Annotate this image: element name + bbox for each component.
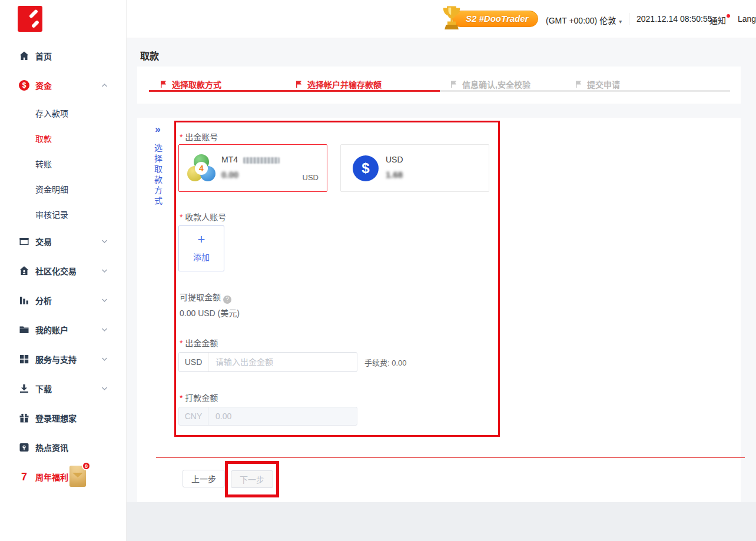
plus-icon: + <box>179 233 224 246</box>
annotation-box-form: 出金账号 4 MT4 0.00 USD $ USD 1.68 <box>174 121 500 437</box>
withdraw-steps-bar: 选择取款方式 选择帐户并输存款额 信息确认,安全校验 提交申请 <box>137 67 741 104</box>
progress-underline-inactive <box>440 90 730 92</box>
question-help-icon[interactable]: ? <box>223 296 231 304</box>
timezone-selector[interactable]: (GMT +00:00) 伦敦▾ <box>546 14 622 26</box>
timezone-label: (GMT +00:00) 伦敦 <box>546 16 616 25</box>
fee-text: 手续费: 0.00 <box>364 357 407 368</box>
gold-envelope-icon: 0 <box>69 466 86 487</box>
progress-underline-active <box>149 90 440 92</box>
chevron-down-icon <box>101 387 108 391</box>
sidebar-item-ideal-home-login[interactable]: 登录理想家 <box>0 403 127 433</box>
flag-icon <box>159 80 167 88</box>
mt4-currency-label: USD <box>303 173 319 182</box>
logo-slash <box>31 20 39 28</box>
usd-wallet-line: USD 1.68 <box>386 155 403 180</box>
step-label: 信息确认,安全校验 <box>462 78 530 90</box>
sidebar-item-fund-details[interactable]: 资金明细 <box>0 176 127 201</box>
sidebar-item-label: 审核记录 <box>35 208 68 220</box>
step-choose-method[interactable]: 选择取款方式 <box>159 78 221 90</box>
account-card-usd-wallet[interactable]: $ USD 1.68 <box>340 144 489 192</box>
chevron-up-icon <box>101 84 108 88</box>
sidebar-item-label: 热点资讯 <box>35 442 68 453</box>
mt4-balance-blurred: 0.00 <box>221 170 280 180</box>
chevron-down-icon <box>101 240 108 244</box>
grid-icon <box>19 354 29 364</box>
server-datetime: 2021.12.14 08:50:55 <box>636 14 712 24</box>
gift-icon <box>19 413 29 423</box>
community-home-icon <box>19 265 29 276</box>
payout-amount-label: 打款金额 <box>180 391 218 403</box>
next-step-button[interactable]: 下一步 <box>231 470 273 488</box>
usd-wallet-label: USD <box>386 155 403 164</box>
sidebar-item-label: 首页 <box>35 50 52 62</box>
sidebar-item-label: 资金明细 <box>35 183 68 195</box>
sidebar-item-label: 资金 <box>35 79 52 91</box>
dollar-circle-icon: $ <box>19 80 29 91</box>
sidebar-item-label: 我的账户 <box>35 324 68 336</box>
home-icon <box>19 51 29 61</box>
step-label: 选择取款方式 <box>172 78 221 90</box>
sidebar-item-community-trading[interactable]: 社区化交易 <box>0 256 127 286</box>
payout-amount-group: CNY <box>178 407 357 426</box>
language-selector[interactable]: Language▾ <box>738 14 756 24</box>
notifications-label: 通知 <box>709 16 726 25</box>
sidebar-item-deposit[interactable]: 存入款项 <box>0 100 127 125</box>
currency-prefix-usd: USD <box>179 353 208 371</box>
mt4-logo-icon: 4 <box>187 154 215 182</box>
top-bar: S2 #DooTrader (GMT +00:00) 伦敦▾ 2021.12.1… <box>127 0 756 38</box>
add-payee-button[interactable]: + 添加 <box>178 225 224 271</box>
notification-dot <box>727 14 730 18</box>
step-confirm-verify[interactable]: 信息确认,安全校验 <box>449 78 530 90</box>
withdraw-amount-input[interactable] <box>208 353 357 371</box>
sidebar-item-anniversary-benefits[interactable]: 7周年福利0 <box>0 462 127 492</box>
sidebar-item-funds[interactable]: $资金 <box>0 71 127 100</box>
sidebar: 首页$资金存入款项取款转账资金明细审核记录交易社区化交易分析我的账户服务与支持下… <box>0 0 127 541</box>
seven-icon: 7 <box>19 471 29 483</box>
usd-balance-blurred: 1.68 <box>386 170 403 180</box>
bottom-strip <box>127 502 756 541</box>
double-chevron-icon: » <box>149 124 167 135</box>
flag-icon <box>574 80 582 88</box>
sidebar-item-label: 分析 <box>35 294 52 306</box>
header-divider <box>629 13 629 25</box>
sidebar-item-hot-news[interactable]: 热点资讯 <box>0 433 127 462</box>
sidebar-item-home[interactable]: 首页 <box>0 41 127 71</box>
collapse-panel-label: 选择取款方式 <box>152 144 164 207</box>
sidebar-item-analysis[interactable]: 分析 <box>0 286 127 315</box>
sidebar-item-download[interactable]: 下载 <box>0 374 127 403</box>
window-icon <box>19 236 29 247</box>
sidebar-item-service-support[interactable]: 服务与支持 <box>0 344 127 374</box>
sidebar-item-audit-records[interactable]: 审核记录 <box>0 201 127 227</box>
step-label: 提交申请 <box>587 78 620 90</box>
sidebar-item-trade[interactable]: 交易 <box>0 227 127 256</box>
sidebar-item-my-account[interactable]: 我的账户 <box>0 315 127 344</box>
add-label: 添加 <box>179 251 224 263</box>
sidebar-item-label: 交易 <box>35 235 52 247</box>
chevron-down-icon: ▾ <box>619 18 622 25</box>
collapse-method-panel[interactable]: » 选择取款方式 <box>149 124 167 207</box>
dooprime-logo[interactable] <box>18 6 42 32</box>
previous-step-button[interactable]: 上一步 <box>183 470 225 487</box>
sidebar-item-label: 取款 <box>35 132 52 144</box>
step-submit-application[interactable]: 提交申请 <box>574 78 620 90</box>
flag-icon <box>449 80 457 88</box>
bar-chart-icon <box>19 295 29 306</box>
envelope-badge: 0 <box>82 462 91 470</box>
account-card-mt4[interactable]: 4 MT4 0.00 USD <box>178 144 327 192</box>
withdraw-amount-label: 出金金额 <box>180 337 218 349</box>
season-badge[interactable]: S2 #DooTrader <box>452 11 538 27</box>
payout-amount-input <box>208 407 357 425</box>
folder-icon <box>19 324 29 335</box>
chevron-down-icon <box>101 298 108 303</box>
sidebar-item-label: 转账 <box>35 158 52 170</box>
sidebar-item-withdraw[interactable]: 取款 <box>0 125 127 151</box>
chevron-down-icon <box>101 269 108 273</box>
download-icon <box>19 383 29 394</box>
sidebar-item-transfer[interactable]: 转账 <box>0 151 127 176</box>
page-title: 取款 <box>140 48 159 62</box>
step-label: 选择帐户并输存款额 <box>307 78 382 90</box>
news-pin-icon <box>19 442 29 453</box>
notifications-button[interactable]: 通知 <box>709 14 726 26</box>
step-choose-account-amount[interactable]: 选择帐户并输存款额 <box>294 78 382 90</box>
available-amount-value: 0.00 USD (美元) <box>180 307 240 318</box>
